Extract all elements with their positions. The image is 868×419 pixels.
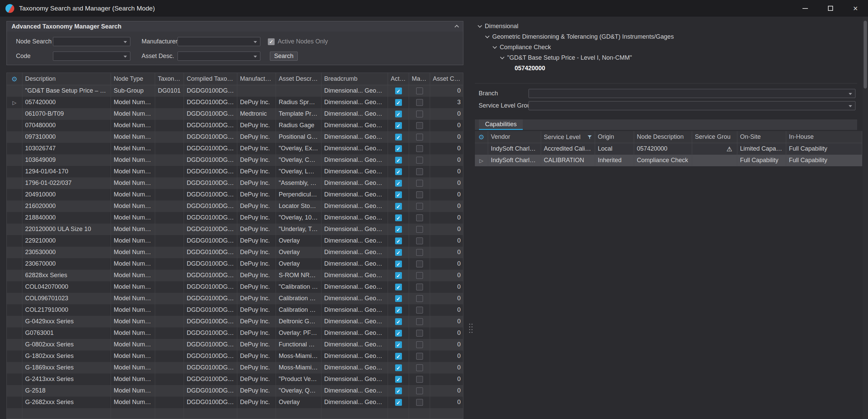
active-checkbox[interactable] [395,364,402,371]
tab-capabilities[interactable]: Capabilities [479,119,523,130]
table-row[interactable]: 204910000Model NumberDGDG0100DG0101DePuy… [7,189,463,201]
master-checkbox[interactable] [416,353,423,360]
master-checkbox[interactable] [416,318,423,325]
table-row[interactable]: COL096701023Model NumberDGDG0100DG0101De… [7,293,463,304]
table-row[interactable]: 229210000Model NumberDGDG0100DG0101DePuy… [7,235,463,247]
master-checkbox[interactable] [416,261,423,267]
active-checkbox[interactable] [395,226,402,233]
master-checkbox[interactable] [416,387,423,394]
master-checkbox[interactable] [416,111,423,117]
column-header-master[interactable]: Master [409,73,430,85]
active-checkbox[interactable] [395,261,402,267]
expand-icon[interactable]: ▷ [13,100,17,105]
active-checkbox[interactable] [395,180,402,187]
table-row[interactable]: 230530000Model NumberDGDG0100DG0101DePuy… [7,247,463,258]
table-row[interactable]: G-0802xxx SeriesModel NumberDGDG0100DG01… [7,339,463,350]
active-checkbox[interactable] [395,330,402,337]
column-chooser-button[interactable]: ⚙ [475,131,488,143]
table-row[interactable]: 070480000Model NumberDGDG0100DG0101DePuy… [7,120,463,131]
active-checkbox[interactable] [395,111,402,117]
table-row[interactable]: G-2682xxx SeriesModel NumberDGDG0100DG01… [7,397,463,408]
table-row[interactable]: 103026747Model NumberDGDG0100DG0101DePuy… [7,143,463,154]
node-search-combobox[interactable] [53,37,130,46]
column-header-active[interactable]: Active [388,73,409,85]
table-row[interactable]: G-2518Model NumberDGDG0100DG0101DePuy In… [7,385,463,397]
service-level-group-combobox[interactable] [529,101,855,110]
table-row[interactable]: 220120000 ULA Size 10Model NumberDGDG010… [7,224,463,235]
table-row[interactable]: 216020000Model NumberDGDG0100DG0101DePuy… [7,201,463,212]
table-row[interactable]: 1294-01/04-170Model NumberDGDG0100DG0101… [7,166,463,177]
column-header-in-house[interactable]: In-House [786,131,862,143]
column-header-description[interactable]: Description [22,73,111,85]
active-checkbox[interactable] [395,214,402,221]
column-header-origin[interactable]: Origin [595,131,634,143]
minimize-button[interactable] [793,0,818,17]
column-header-breadcrumb[interactable]: Breadcrumb [321,73,388,85]
tree-node[interactable]: "GD&T Base Setup Price - Level I, Non-CM… [475,53,863,63]
active-checkbox[interactable] [395,134,402,140]
master-checkbox[interactable] [416,191,423,198]
tree-node[interactable]: 057420000 [475,63,863,74]
master-checkbox[interactable] [416,284,423,290]
master-checkbox[interactable] [416,399,423,406]
tree-node[interactable]: Compliance Check [475,42,863,53]
column-header-service-group[interactable]: Service Grou [692,131,737,143]
table-row[interactable]: G-1802xxx SeriesModel NumberDGDG0100DG01… [7,350,463,362]
active-checkbox[interactable] [395,387,402,394]
active-checkbox[interactable] [395,237,402,244]
active-checkbox[interactable] [395,376,402,383]
chevron-down-icon[interactable] [485,34,490,38]
column-header-node-type[interactable]: Node Type [111,73,155,85]
filter-icon[interactable] [587,135,592,139]
active-checkbox[interactable] [395,399,402,406]
column-header-on-site[interactable]: On-Site [737,131,786,143]
chevron-down-icon[interactable] [500,55,504,59]
active-checkbox[interactable] [395,88,402,94]
asset-desc-combobox[interactable] [178,52,260,61]
master-checkbox[interactable] [416,203,423,210]
active-checkbox[interactable] [395,203,402,210]
master-checkbox[interactable] [416,180,423,187]
tree-node[interactable]: Dimensional [475,21,863,32]
column-header-taxonomy[interactable]: Taxonomy [155,73,184,85]
master-checkbox[interactable] [416,214,423,221]
table-row[interactable]: COL042070000Model NumberDGDG0100DG0101De… [7,281,463,293]
master-checkbox[interactable] [416,157,423,164]
table-row[interactable]: "GD&T Base Setup Price – Level I, Non-CM… [7,85,463,97]
active-checkbox[interactable] [395,341,402,348]
search-panel-header[interactable]: Advanced Taxonomy Manager Search [7,21,463,32]
column-header-node-description[interactable]: Node Description [634,131,692,143]
active-checkbox[interactable] [395,157,402,164]
active-checkbox[interactable] [395,249,402,256]
master-checkbox[interactable] [416,134,423,140]
active-checkbox[interactable] [395,272,402,279]
search-button[interactable]: Search [270,52,298,61]
column-header-service-level[interactable]: Service Level [541,131,595,143]
table-row[interactable]: 62828xx SeriesModel NumberDGDG0100DG0101… [7,270,463,281]
collapse-chevron-icon[interactable] [455,25,459,29]
expand-icon[interactable]: ▷ [479,158,483,163]
scrollbar-thumb[interactable] [864,21,867,89]
master-checkbox[interactable] [416,272,423,279]
panel-splitter[interactable] [468,17,475,419]
table-row[interactable]: COL217910000Model NumberDGDG0100DG0101De… [7,304,463,316]
master-checkbox[interactable] [416,145,423,152]
table-row[interactable]: 230670000Model NumberDGDG0100DG0101DePuy… [7,258,463,270]
master-checkbox[interactable] [416,99,423,106]
master-checkbox[interactable] [416,341,423,348]
table-row[interactable]: 061070-B/T09Model NumberDGDG0100DG0101Me… [7,108,463,120]
close-button[interactable]: × [843,0,868,17]
master-checkbox[interactable] [416,330,423,337]
column-header-compiled-taxonomy[interactable]: Compiled Taxonomy C [184,73,237,85]
active-checkbox[interactable] [395,295,402,302]
table-row[interactable]: 097310000Model NumberDGDG0100DG0101DePuy… [7,131,463,143]
master-checkbox[interactable] [416,122,423,129]
active-checkbox[interactable] [395,318,402,325]
master-checkbox[interactable] [416,249,423,256]
master-checkbox[interactable] [416,168,423,175]
capability-row[interactable]: IndySoft CharlestonAccredited Calibratio… [475,143,862,155]
master-checkbox[interactable] [416,364,423,371]
table-row[interactable]: G-2413xxx SeriesModel NumberDGDG0100DG01… [7,374,463,385]
table-row[interactable]: 218840000Model NumberDGDG0100DG0101DePuy… [7,212,463,224]
column-header-vendor[interactable]: Vendor [488,131,541,143]
